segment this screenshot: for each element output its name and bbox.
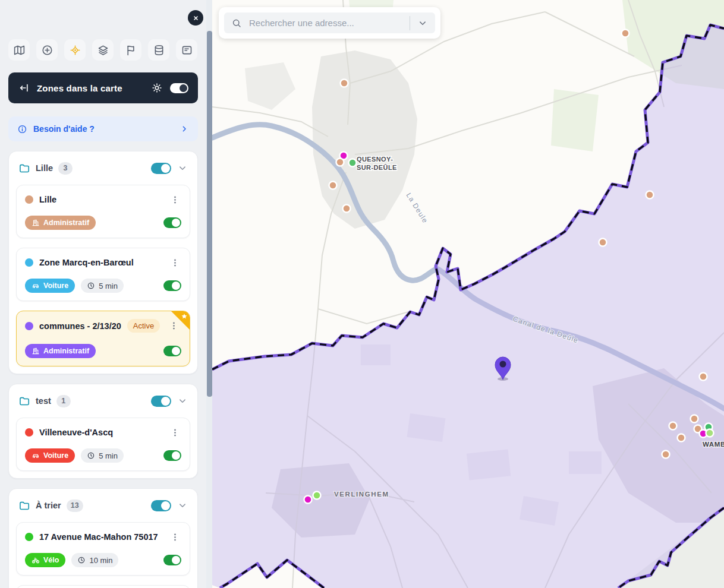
zone-card-partial <box>16 585 190 588</box>
close-icon <box>191 14 200 23</box>
group-header: À trier 13 <box>16 495 190 516</box>
zone-menu-button[interactable] <box>167 320 180 333</box>
kebab-icon <box>170 258 180 268</box>
zone-toggle[interactable] <box>163 555 181 565</box>
toggle-knob <box>180 84 187 92</box>
group-count-badge: 3 <box>58 162 73 175</box>
chevron-down-icon[interactable] <box>177 500 188 511</box>
chevron-down-icon[interactable] <box>177 396 188 406</box>
toggle-knob <box>161 397 170 406</box>
flag-icon <box>125 44 137 56</box>
kebab-icon <box>170 428 180 438</box>
group-toggle[interactable] <box>151 500 171 511</box>
map-dot[interactable] <box>313 492 321 500</box>
group-toggle[interactable] <box>151 163 171 174</box>
map-dot[interactable] <box>700 373 707 381</box>
map-label-wambrechies: WAMB <box>703 441 724 448</box>
map-label-verlinghem: VERLINGHEM <box>334 491 389 498</box>
zone-type-badge: Administratif <box>25 344 96 358</box>
map-dot[interactable] <box>341 80 348 87</box>
help-banner[interactable]: Besoin d'aide ? <box>8 116 198 141</box>
chevron-down-icon[interactable] <box>417 18 428 29</box>
map-dot[interactable] <box>669 422 677 430</box>
search-field <box>224 12 435 33</box>
zone-name: communes - 2/13/20 <box>39 321 121 331</box>
zone-toggle[interactable] <box>163 450 181 461</box>
building-icon <box>32 347 40 355</box>
map-tool-button[interactable] <box>8 39 30 61</box>
map-dot[interactable] <box>622 30 629 37</box>
zone-card: Zone Marcq-en-Barœul Voiture 5 min <box>16 248 190 301</box>
travel-time-badge: 5 min <box>81 448 124 463</box>
map-dot[interactable] <box>706 429 714 437</box>
flag-tool-button[interactable] <box>120 39 141 61</box>
toggle-knob <box>161 501 170 510</box>
add-zone-button[interactable] <box>36 39 58 61</box>
scrollbar-thumb[interactable] <box>207 31 212 397</box>
map-dot[interactable] <box>336 159 344 166</box>
app-window: Zones dans la carte Besoin d'aide ? Lill… <box>0 0 724 588</box>
group-toggle[interactable] <box>151 396 171 407</box>
zone-group-a-trier: À trier 13 17 Avenue Mac-Mahon 75017 Vél… <box>8 488 198 588</box>
map-label-quesnoy-line1: QUESNOY- <box>357 156 393 163</box>
zone-menu-button[interactable] <box>168 530 181 543</box>
zone-type-badge: Voiture <box>25 279 75 293</box>
badge-label: Administratif <box>43 347 89 355</box>
clock-icon <box>77 556 86 564</box>
layers-tool-button[interactable] <box>92 39 114 61</box>
zone-menu-button[interactable] <box>168 426 181 439</box>
map-dot[interactable] <box>349 159 357 167</box>
map-dot[interactable] <box>343 205 351 213</box>
group-name: test <box>36 396 51 406</box>
time-label: 10 min <box>89 556 112 565</box>
clock-icon <box>87 282 95 290</box>
map-dot[interactable] <box>599 239 607 246</box>
database-tool-button[interactable] <box>148 39 169 61</box>
badge-label: Voiture <box>43 451 68 460</box>
map-dot[interactable] <box>329 182 337 189</box>
toggle-knob <box>161 164 170 173</box>
group-count-badge: 1 <box>56 395 71 407</box>
map-dot[interactable] <box>691 415 698 423</box>
map-canvas[interactable]: QUESNOY- SUR-DEÛLE La Deule Canal de la … <box>212 0 724 588</box>
map-container: QUESNOY- SUR-DEÛLE La Deule Canal de la … <box>212 0 724 588</box>
add-circle-icon <box>41 44 53 56</box>
toggle-knob <box>172 451 180 460</box>
collapse-panel-icon[interactable] <box>18 82 30 94</box>
panel-master-toggle[interactable] <box>170 83 188 93</box>
zone-name: 17 Avenue Mac-Mahon 75017 <box>39 532 158 542</box>
settings-gear-icon[interactable] <box>151 82 163 94</box>
zone-menu-button[interactable] <box>168 193 181 206</box>
building-icon <box>32 219 40 227</box>
map-icon <box>13 44 26 56</box>
map-dot[interactable] <box>662 451 670 459</box>
panel-title: Zones dans la carte <box>37 83 144 93</box>
notes-tool-button[interactable] <box>176 39 197 61</box>
zone-color-dot <box>25 533 33 541</box>
chevron-down-icon[interactable] <box>177 163 188 173</box>
zone-toggle[interactable] <box>163 346 181 356</box>
zone-toggle[interactable] <box>163 280 181 291</box>
info-icon <box>17 124 27 134</box>
zone-group-lille: Lille 3 Lille Administratif <box>8 151 198 374</box>
group-header: test 1 <box>16 390 190 412</box>
map-dot[interactable] <box>646 191 654 199</box>
map-dot[interactable] <box>678 434 685 442</box>
toggle-knob <box>172 219 180 227</box>
group-name: Lille <box>36 163 53 173</box>
locate-tool-button[interactable] <box>64 39 86 61</box>
zone-toggle[interactable] <box>163 217 181 228</box>
zone-menu-button[interactable] <box>168 256 181 269</box>
zone-card: Villeneuve-d'Ascq Voiture 5 min <box>16 418 190 471</box>
search-input[interactable] <box>249 18 402 28</box>
group-count-badge: 13 <box>67 500 83 512</box>
layers-icon <box>97 44 109 56</box>
badge-label: Administratif <box>43 219 89 227</box>
map-label-quesnoy-line2: SUR-DEÛLE <box>357 164 397 171</box>
close-sidebar-button[interactable] <box>188 10 203 26</box>
clock-icon <box>87 451 95 460</box>
car-icon <box>32 451 40 460</box>
panel-header: Zones dans la carte <box>8 72 198 103</box>
map-dot[interactable] <box>304 496 312 504</box>
sidebar-scrollbar[interactable] <box>206 0 212 588</box>
